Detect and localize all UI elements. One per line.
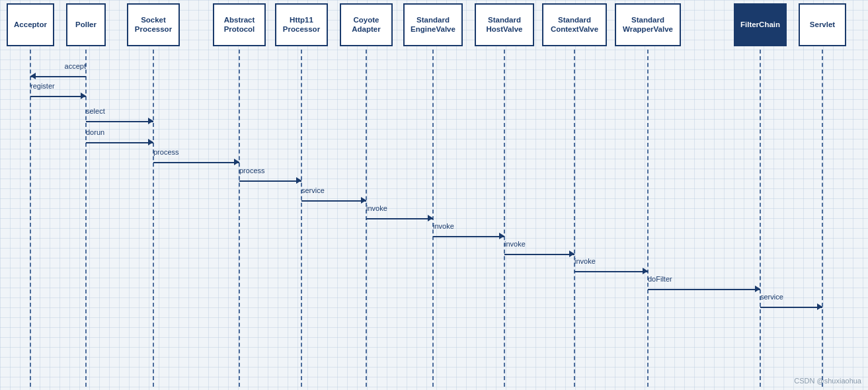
arrowhead-10 [643, 268, 648, 274]
actor-standard-wrapper-valve: Standard WrapperValve [615, 3, 681, 46]
arrow-label-4: process [153, 148, 179, 156]
arrow-4: process [153, 159, 239, 165]
arrowhead-12 [817, 303, 822, 310]
arrowhead-11 [755, 286, 760, 292]
arrow-9: invoke [504, 251, 574, 257]
actor-standard-engine-valve: Standard EngineValve [403, 3, 463, 46]
actor-acceptor: Acceptor [7, 3, 54, 46]
lifeline-socket-processor [153, 50, 154, 387]
arrow-label-5: process [239, 167, 265, 175]
arrowhead-9 [569, 251, 574, 257]
arrow-7: invoke [366, 215, 433, 221]
arrow-label-2: select [86, 107, 105, 115]
arrow-2: select [86, 118, 153, 124]
arrow-12: service [760, 303, 822, 310]
arrow-label-9: invoke [504, 240, 526, 248]
arrow-3: dorun [86, 139, 153, 145]
lifeline-poller [85, 50, 87, 387]
lifeline-http11-processor [301, 50, 302, 387]
actor-standard-host-valve: Standard HostValve [475, 3, 534, 46]
actor-standard-context-valve: Standard ContextValve [542, 3, 607, 46]
actor-http11-processor: Http11 Processor [275, 3, 328, 46]
actor-poller: Poller [66, 3, 106, 46]
arrow-label-12: service [760, 293, 783, 301]
arrow-10: invoke [574, 268, 648, 274]
actor-servlet: Servlet [799, 3, 846, 46]
arrow-0: accept [30, 73, 86, 79]
arrow-label-8: invoke [433, 222, 454, 230]
arrow-label-6: service [301, 186, 325, 194]
arrowhead-1 [81, 93, 86, 99]
arrow-8: invoke [433, 233, 504, 239]
lifeline-standard-context-valve [574, 50, 575, 387]
arrow-label-3: dorun [86, 128, 104, 136]
actor-coyote-adapter: Coyote Adapter [340, 3, 393, 46]
arrowhead-2 [148, 118, 153, 124]
arrowhead-8 [499, 233, 504, 239]
arrow-5: process [239, 177, 301, 184]
arrow-label-0: accept [65, 62, 86, 70]
watermark: CSDN @shuxiaohua [794, 377, 861, 385]
lifeline-standard-wrapper-valve [647, 50, 649, 387]
arrow-1: register [30, 93, 86, 99]
arrow-label-10: invoke [574, 257, 596, 265]
actor-socket-processor: Socket Processor [127, 3, 180, 46]
arrowhead-6 [361, 197, 366, 204]
arrowhead-0 [30, 73, 36, 79]
lifeline-servlet [822, 50, 823, 387]
arrow-11: doFilter [648, 286, 760, 292]
lifeline-abstract-protocol [239, 50, 240, 387]
arrowhead-4 [234, 159, 239, 165]
arrow-label-7: invoke [366, 204, 387, 212]
actor-filter-chain: FilterChain [734, 3, 787, 46]
arrowhead-5 [296, 177, 301, 184]
arrowhead-3 [148, 139, 153, 145]
sequence-diagram: AcceptorPollerSocket ProcessorAbstract P… [0, 0, 868, 390]
actor-abstract-protocol: Abstract Protocol [213, 3, 266, 46]
arrow-6: service [301, 197, 366, 204]
arrow-label-1: register [30, 82, 55, 90]
lifeline-filter-chain [760, 50, 761, 387]
lifeline-acceptor [30, 50, 31, 387]
lifeline-standard-host-valve [504, 50, 505, 387]
arrow-label-11: doFilter [648, 275, 672, 283]
arrowhead-7 [428, 215, 433, 221]
